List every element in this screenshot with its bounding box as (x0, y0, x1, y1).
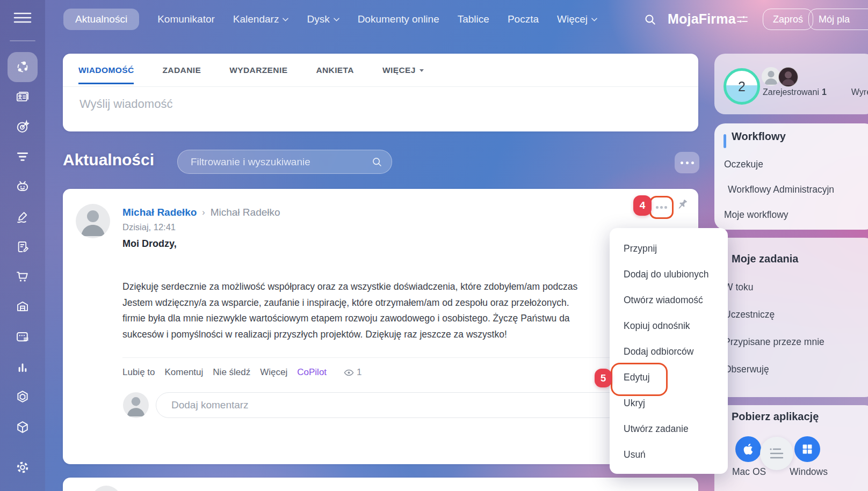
feed-filter[interactable] (177, 150, 392, 174)
hamburger-menu-icon[interactable] (13, 11, 32, 25)
cart-icon (15, 269, 30, 284)
counter-gauge: 2 (724, 68, 760, 105)
workspace-settings-icon[interactable] (737, 14, 748, 24)
sidebar-item-e-sign[interactable] (15, 209, 30, 224)
commenter-avatar (123, 392, 149, 418)
chevron-down-icon (334, 18, 339, 21)
tasks-item[interactable]: Przypisane przeze mnie (724, 336, 824, 348)
nav-item-kalendarz[interactable]: Kalendarz (233, 13, 289, 25)
workflows-item[interactable]: Moje workflowy (724, 209, 789, 221)
nav-item-aktualnosci[interactable]: Aktualności (63, 9, 139, 30)
views-counter: 1 (344, 367, 361, 378)
feed-sections-fab[interactable] (760, 437, 793, 470)
menu-item-usun[interactable]: Usuń (610, 442, 728, 467)
tab-wiecej[interactable]: WIĘCEJ (382, 65, 424, 75)
sidebar-item-reports[interactable] (15, 360, 30, 375)
unregistered-label[interactable]: Wyre (851, 87, 868, 97)
menu-item-ukryj[interactable]: Ukryj (610, 390, 728, 416)
tab-zadanie[interactable]: ZADANIE (162, 65, 201, 75)
registered-label[interactable]: Zarejestrowani1 (763, 87, 827, 97)
workflows-item[interactable]: Workflowy Administracyjn (728, 184, 834, 195)
sidebar-item-market[interactable] (15, 420, 30, 435)
more-actions-button[interactable]: Więcej (260, 367, 287, 378)
post-menu-button[interactable] (653, 199, 670, 216)
sidebar-item-planner[interactable] (15, 329, 30, 344)
macos-download-button[interactable] (735, 436, 761, 462)
sidebar-item-settings[interactable] (15, 460, 31, 475)
post-greeting: Moi Drodzy, (122, 238, 177, 250)
pin-icon[interactable] (676, 198, 689, 211)
menu-item-dodaj-odbiorcow[interactable]: Dodaj odbiorców (610, 339, 728, 364)
sidebar-item-shop[interactable] (15, 269, 30, 284)
tasks-item[interactable]: Uczestniczę (724, 309, 775, 320)
nav-label: Dokumenty online (358, 13, 439, 25)
composer-tabs: WIADOMOŚĆ ZADANIE WYDARZENIE ANKIETA WIĘ… (78, 54, 424, 86)
event-counter-card[interactable]: 2 Zarejestrowani1 Wyre (714, 54, 868, 114)
like-button[interactable]: Lubię to (122, 367, 155, 378)
global-search-button[interactable] (643, 13, 657, 26)
filter-search-input[interactable] (190, 156, 371, 168)
tab-wiadomosc[interactable]: WIADOMOŚĆ (78, 65, 134, 75)
post-context-menu: Przypnij Dodaj do ulubionych Otwórz wiad… (610, 228, 728, 474)
nav-item-dokumenty-online[interactable]: Dokumenty online (358, 13, 439, 25)
tasks-item[interactable]: W toku (724, 282, 753, 293)
message-composer-input[interactable] (78, 97, 671, 112)
list-icon (769, 447, 784, 460)
left-sidebar (0, 0, 45, 491)
nav-item-dysk[interactable]: Dysk (307, 13, 339, 25)
nav-label: Dysk (307, 13, 329, 25)
nav-label: Więcej (557, 13, 588, 25)
tab-ankieta[interactable]: ANKIETA (316, 65, 354, 75)
copilot-button[interactable]: CoPilot (297, 367, 327, 378)
post-timestamp: Dzisiaj, 12:41 (122, 222, 176, 232)
comment-input[interactable] (156, 392, 688, 418)
hexagon-icon (15, 389, 30, 404)
menu-item-utworz-zadanie[interactable]: Utwórz zadanie (610, 416, 728, 442)
nav-item-poczta[interactable]: Poczta (508, 13, 539, 25)
funnel-icon (15, 149, 30, 164)
views-count: 1 (357, 367, 361, 378)
sidebar-item-ai-assistant[interactable] (15, 179, 31, 194)
invite-button[interactable]: Zaproś (763, 9, 813, 30)
sidebar-item-funnel[interactable] (15, 149, 30, 164)
sidebar-item-documents[interactable] (16, 240, 30, 254)
sidebar-item-warehouse[interactable] (16, 299, 30, 314)
unfollow-button[interactable]: Nie śledź (213, 367, 250, 378)
post-recipient[interactable]: Michał Radełko (211, 207, 280, 218)
nav-item-komunikator[interactable]: Komunikator (157, 13, 215, 25)
windows-download-button[interactable] (794, 436, 820, 462)
eye-icon (344, 369, 354, 376)
windows-label: Windows (790, 466, 828, 478)
nav-item-tablice[interactable]: Tablice (458, 13, 489, 25)
comment-button[interactable]: Komentuj (165, 367, 204, 378)
post-author-link[interactable]: Michał Radełko (122, 207, 197, 218)
tutorial-step-badge-5: 5 (595, 369, 612, 387)
workflows-item[interactable]: Oczekuje (724, 159, 763, 170)
tab-wydarzenie[interactable]: WYDARZENIE (229, 65, 287, 75)
sidebar-item-live-feed[interactable] (8, 52, 38, 82)
feed-post: Michał Radełko › Michał Radełko Dzisiaj,… (63, 189, 698, 464)
target-icon (15, 119, 30, 134)
sidebar-item-employees[interactable] (16, 90, 30, 104)
menu-item-kopiuj-odnosnik[interactable]: Kopiuj odnośnik (610, 313, 728, 339)
body-line: Jestem wdzięczny/a za wsparcie, zaufanie… (122, 295, 577, 311)
menu-item-edytuj[interactable]: Edytuj (610, 364, 728, 390)
avatar (762, 67, 780, 86)
search-icon[interactable] (371, 156, 383, 168)
my-plan-button[interactable]: Mój pla (808, 9, 868, 30)
bar-chart-icon (15, 360, 30, 375)
registered-count: 1 (822, 87, 827, 97)
menu-item-otworz-wiadomosc[interactable]: Otwórz wiadomość (610, 287, 728, 313)
body-line: sukcesów i pomyślności w realizacji przy… (122, 327, 577, 343)
windows-icon (801, 443, 814, 456)
sidebar-item-automation[interactable] (15, 389, 30, 404)
sidebar-item-goals[interactable] (15, 119, 30, 134)
menu-item-dodaj-do-ulubionych[interactable]: Dodaj do ulubionych (610, 261, 728, 287)
author-avatar[interactable] (76, 204, 110, 238)
tasks-item[interactable]: Obserwuję (724, 364, 769, 375)
menu-item-przypnij[interactable]: Przypnij (610, 236, 728, 261)
feed-more-button[interactable] (675, 152, 699, 173)
apple-icon (741, 442, 755, 456)
workspace-title[interactable]: MojaFirma (668, 11, 736, 27)
nav-item-wiecej[interactable]: Więcej (557, 13, 597, 25)
